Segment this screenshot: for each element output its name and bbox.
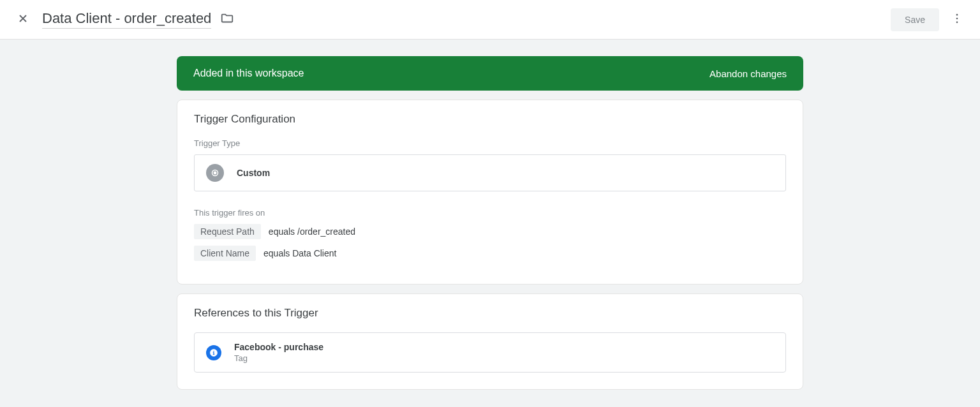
reference-text: Facebook - purchase Tag <box>234 342 323 363</box>
folder-icon <box>220 11 234 27</box>
page-title[interactable]: Data Client - order_created <box>42 10 211 29</box>
svg-point-4 <box>214 172 216 174</box>
close-icon <box>17 12 29 27</box>
condition-row: Request Path equals /order_created <box>194 224 786 239</box>
trigger-type-value: Custom <box>237 168 270 178</box>
svg-point-1 <box>956 18 958 20</box>
banner-message: Added in this workspace <box>193 68 304 79</box>
trigger-type-selector[interactable]: Custom <box>194 154 786 191</box>
card-title: Trigger Configuration <box>194 113 786 126</box>
condition-expression: equals /order_created <box>269 226 355 237</box>
main-content: Added in this workspace Abandon changes … <box>177 40 803 407</box>
svg-point-0 <box>956 14 958 16</box>
save-button[interactable]: Save <box>891 8 939 31</box>
reference-item[interactable]: Facebook - purchase Tag <box>194 332 786 373</box>
svg-point-2 <box>956 22 958 24</box>
header-actions: Save <box>891 7 970 33</box>
condition-field: Client Name <box>194 246 256 261</box>
more-menu-button[interactable] <box>944 7 970 33</box>
trigger-config-card: Trigger Configuration Trigger Type Custo… <box>177 100 803 285</box>
references-card: References to this Trigger Facebook - pu… <box>177 293 803 390</box>
custom-trigger-icon <box>206 164 224 182</box>
abandon-changes-button[interactable]: Abandon changes <box>709 68 787 79</box>
tag-icon <box>206 345 221 360</box>
reference-name: Facebook - purchase <box>234 342 323 352</box>
workspace-banner: Added in this workspace Abandon changes <box>177 56 803 91</box>
folder-button[interactable] <box>220 11 234 27</box>
condition-field: Request Path <box>194 224 261 239</box>
condition-row: Client Name equals Data Client <box>194 246 786 261</box>
reference-type: Tag <box>234 353 323 363</box>
close-button[interactable] <box>10 7 36 33</box>
trigger-type-label: Trigger Type <box>194 138 786 148</box>
condition-expression: equals Data Client <box>264 248 336 258</box>
title-container: Data Client - order_created <box>42 10 891 29</box>
more-vert-icon <box>951 12 963 27</box>
card-title: References to this Trigger <box>194 307 786 320</box>
fires-on-label: This trigger fires on <box>194 208 786 218</box>
page-header: Data Client - order_created Save <box>0 0 980 40</box>
